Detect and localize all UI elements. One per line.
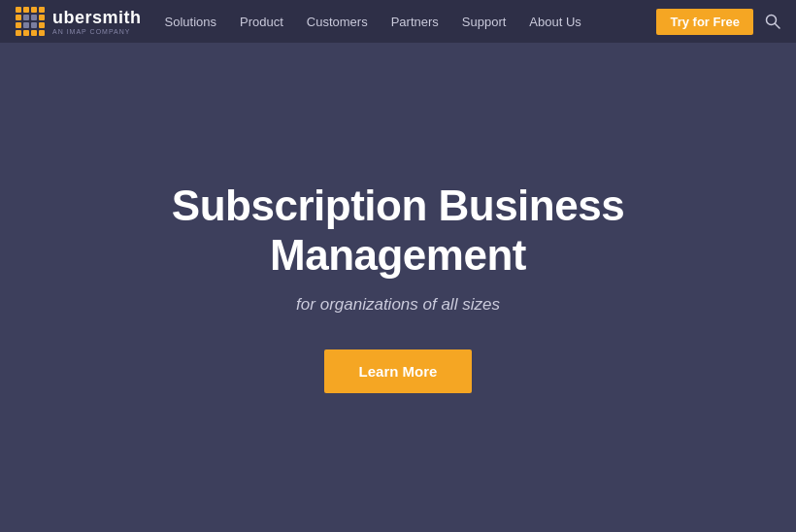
logo-dot [23,15,29,20]
nav-right: Try for Free [656,9,780,35]
brand-name: ubersmith [52,9,142,26]
logo-grid-icon [16,7,45,36]
nav-item-support[interactable]: Support [462,15,507,29]
logo-dot [23,22,29,28]
nav-item-solutions[interactable]: Solutions [165,15,216,29]
hero-title: Subscription Business Management [58,182,738,280]
logo-dot [16,7,21,13]
nav-item-about-us[interactable]: About Us [529,15,580,29]
nav-item-customers[interactable]: Customers [307,15,368,29]
logo-dot [31,15,37,20]
hero-section: Subscription Business Management for org… [0,43,796,532]
nav-item-partners[interactable]: Partners [391,15,439,29]
logo-dot [23,30,29,36]
logo-dot [23,7,29,13]
search-icon[interactable] [765,14,780,29]
nav-links: Solutions Product Customers Partners Sup… [165,15,657,29]
logo-dot [39,7,45,13]
logo-dot [39,30,45,36]
logo-dot [39,15,45,20]
navbar: ubersmith an imap company Solutions Prod… [0,0,796,43]
nav-item-product[interactable]: Product [240,15,283,29]
logo-dot [16,22,21,28]
logo-dot [16,15,21,20]
logo-dot [39,22,45,28]
logo-dot [31,7,37,13]
logo-text: ubersmith an imap company [52,9,142,35]
try-for-free-button[interactable]: Try for Free [656,9,753,35]
logo-dot [31,30,37,36]
svg-line-1 [776,24,780,29]
logo-dot [31,22,37,28]
hero-subtitle: for organizations of all sizes [296,295,500,315]
logo[interactable]: ubersmith an imap company [16,7,142,36]
brand-sub: an imap company [52,28,142,35]
learn-more-button[interactable]: Learn More [324,349,473,393]
logo-dot [16,30,21,36]
